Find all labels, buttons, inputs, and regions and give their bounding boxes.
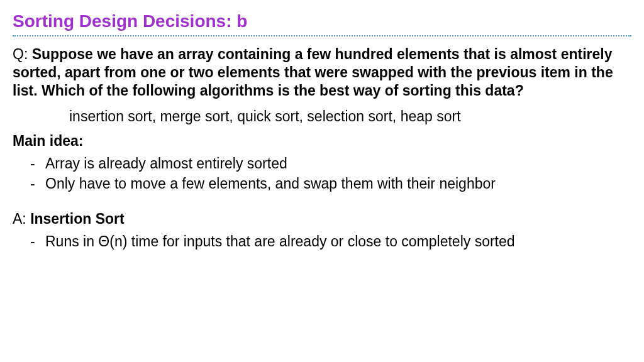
question-block: Q: Suppose we have an array containing a… — [13, 45, 631, 99]
question-label: Q: — [13, 46, 32, 62]
answer-body: Insertion Sort — [30, 211, 125, 227]
list-item: Array is already almost entirely sorted — [30, 153, 631, 173]
answer-label: A: — [13, 211, 30, 227]
question-body: Suppose we have an array containing a fe… — [13, 46, 613, 99]
title-divider — [13, 35, 631, 36]
answer-block: A: Insertion Sort — [13, 211, 631, 228]
list-item: Runs in Θ(n) time for inputs that are al… — [30, 231, 631, 251]
slide-title: Sorting Design Decisions: b — [13, 11, 631, 31]
answer-options: insertion sort, merge sort, quick sort, … — [69, 108, 631, 125]
main-idea-list: Array is already almost entirely sorted … — [30, 153, 631, 194]
main-idea-heading: Main idea: — [13, 133, 631, 150]
list-item: Only have to move a few elements, and sw… — [30, 173, 631, 194]
answer-detail-list: Runs in Θ(n) time for inputs that are al… — [30, 231, 631, 251]
